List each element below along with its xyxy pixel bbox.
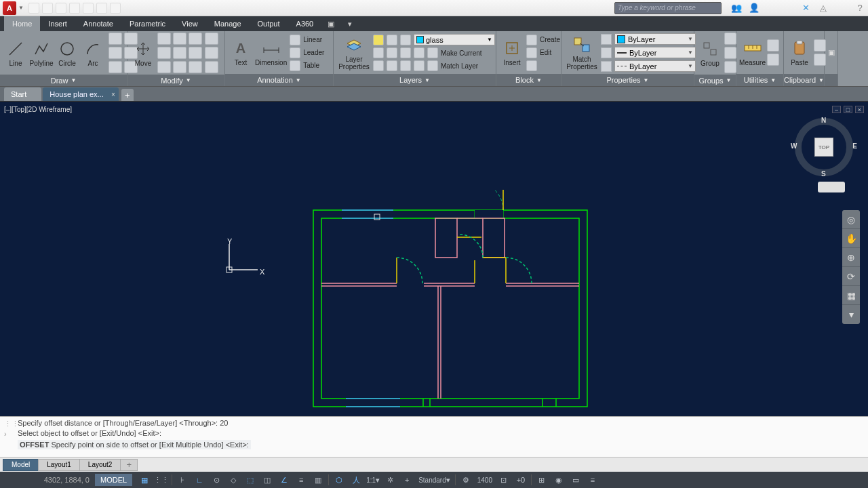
layer-lightbulb-icon[interactable] <box>373 35 384 45</box>
hw-accel-icon[interactable]: ⊞ <box>534 473 550 487</box>
tab-home[interactable]: Home <box>4 16 40 31</box>
qat-new-icon[interactable] <box>28 3 39 14</box>
spline-icon[interactable] <box>108 61 122 73</box>
qat-redo-icon[interactable] <box>110 3 121 14</box>
color-icon[interactable] <box>601 34 612 45</box>
osnap-toggle-icon[interactable]: ⬚ <box>242 473 258 487</box>
qat-saveas-icon[interactable] <box>69 3 80 14</box>
tab-a360[interactable]: A360 <box>288 16 322 31</box>
view-cube[interactable]: TOP N S W E <box>795 118 853 176</box>
annomon-icon[interactable]: 人 <box>348 473 364 487</box>
viewcube-w[interactable]: W <box>791 142 797 150</box>
tab-manage[interactable]: Manage <box>206 16 250 31</box>
viewport-min-icon[interactable]: – <box>832 106 841 113</box>
layer-properties-button[interactable]: Layer Properties <box>338 35 370 70</box>
util-qcalc-icon[interactable] <box>767 54 779 66</box>
featured-apps-icon[interactable]: ▣ <box>321 16 340 31</box>
copy-icon[interactable] <box>157 33 171 45</box>
cleanscreen-icon[interactable]: ▭ <box>568 473 584 487</box>
anno-standard[interactable]: Standard▾ <box>416 473 453 487</box>
layer-tool4-icon[interactable] <box>414 60 425 71</box>
nav-pan-icon[interactable]: ✋ <box>842 229 860 248</box>
tab-parametric[interactable]: Parametric <box>121 16 174 31</box>
doctab-file[interactable]: House plan ex...× <box>43 87 119 101</box>
ungroup-icon[interactable] <box>724 33 736 45</box>
nav-zoom-icon[interactable]: ⊕ <box>842 248 860 267</box>
user-icon[interactable]: 👤 <box>749 3 760 14</box>
nav-more-icon[interactable]: ▾ <box>842 305 860 324</box>
current-layer-dropdown[interactable]: glass▼ <box>414 34 495 45</box>
make-current-button[interactable]: Make Current <box>427 47 482 58</box>
layout-add[interactable]: + <box>120 459 138 471</box>
selcycle-icon[interactable]: ⬡ <box>331 473 347 487</box>
tab-output[interactable]: Output <box>250 16 288 31</box>
tab-insert[interactable]: Insert <box>40 16 75 31</box>
iso-toggle-icon[interactable]: ◇ <box>225 473 241 487</box>
qat-undo-icon[interactable] <box>96 3 107 14</box>
layer-tool1-icon[interactable] <box>373 60 384 71</box>
text-button[interactable]: AText <box>229 39 252 66</box>
arc-button[interactable]: Arc <box>81 39 104 67</box>
layout-model[interactable]: Model <box>3 459 39 471</box>
ucs-icon[interactable]: Y X <box>224 237 271 278</box>
3dosnap-toggle-icon[interactable]: ◫ <box>259 473 275 487</box>
app-store-icon[interactable]: ◬ <box>818 3 829 14</box>
linetype-dropdown[interactable]: ByLayer▼ <box>614 60 696 72</box>
nav-wheel-icon[interactable]: ◎ <box>842 210 860 229</box>
polyline-button[interactable]: Polyline <box>30 39 53 67</box>
qp-icon[interactable]: ⊡ <box>496 473 512 487</box>
app-menu-dropdown[interactable]: ▼ <box>18 2 24 14</box>
rotate-icon[interactable] <box>173 33 186 45</box>
transparency-toggle-icon[interactable]: ▥ <box>310 473 326 487</box>
viewcube-face[interactable]: TOP <box>814 138 833 157</box>
qat-open-icon[interactable] <box>42 3 53 14</box>
coordinates-readout[interactable]: 4302, 1884, 0 <box>0 476 95 484</box>
status-number[interactable]: 1400 <box>475 473 495 487</box>
match-layer-button[interactable]: Match Layer <box>427 60 478 71</box>
nav-showmotion-icon[interactable]: ▦ <box>842 286 860 305</box>
table-button[interactable]: Table <box>290 60 324 71</box>
qat-plot-icon[interactable] <box>83 3 94 14</box>
lineweight-dropdown[interactable]: ByLayer▼ <box>614 47 696 58</box>
scale-icon[interactable] <box>173 47 186 59</box>
wcs-dropdown[interactable] <box>818 182 845 192</box>
search-input[interactable]: Type a keyword or phrase <box>614 2 722 14</box>
modify-more-icon[interactable] <box>205 61 218 73</box>
view-label[interactable]: [–][Top][2D Wireframe] <box>4 106 72 113</box>
layer-tool2-icon[interactable] <box>387 60 397 71</box>
viewport-max-icon[interactable]: □ <box>844 106 852 113</box>
insert-button[interactable]: Insert <box>500 39 524 66</box>
stretch-icon[interactable] <box>157 61 171 73</box>
create-block-button[interactable]: Create <box>526 35 560 45</box>
edit-block-button[interactable]: Edit <box>526 47 560 58</box>
color-dropdown[interactable]: ByLayer▼ <box>614 33 696 45</box>
infer-toggle-icon[interactable]: ⊦ <box>174 473 191 487</box>
block-more-icon[interactable] <box>526 60 560 71</box>
gear-icon[interactable]: ✲ <box>382 473 398 487</box>
new-tab-button[interactable]: + <box>121 89 134 101</box>
move-button[interactable]: Move <box>132 39 155 67</box>
layer-tool3-icon[interactable] <box>400 60 411 71</box>
dimension-button[interactable]: Dimension <box>255 39 287 66</box>
menu-overflow-icon[interactable]: ▾ <box>340 16 359 31</box>
group-button[interactable]: Group <box>698 39 722 67</box>
line-button[interactable]: Line <box>4 39 27 67</box>
help-icon[interactable]: ? <box>854 3 865 14</box>
explode-icon[interactable] <box>205 47 218 59</box>
layer-thaw-icon[interactable] <box>400 47 411 58</box>
viewport-close-icon[interactable]: × <box>855 106 864 113</box>
ribbon-collapse-icon[interactable]: ▣ <box>828 48 835 57</box>
grid-toggle-icon[interactable]: ▦ <box>136 473 153 487</box>
ellipse-icon[interactable] <box>108 47 122 59</box>
match-properties-button[interactable]: Match Properties <box>566 35 598 70</box>
mirror-icon[interactable] <box>157 47 171 59</box>
leader-button[interactable]: Leader <box>290 47 324 58</box>
measure-button[interactable]: Measure <box>741 39 764 66</box>
erase-icon[interactable] <box>205 33 218 45</box>
nav-orbit-icon[interactable]: ⟳ <box>842 267 860 286</box>
layout-1[interactable]: Layout1 <box>38 459 80 471</box>
otrack-toggle-icon[interactable]: ∠ <box>276 473 292 487</box>
group-select-icon[interactable] <box>724 61 736 73</box>
viewcube-e[interactable]: E <box>852 142 857 150</box>
trim-icon[interactable] <box>189 33 202 45</box>
